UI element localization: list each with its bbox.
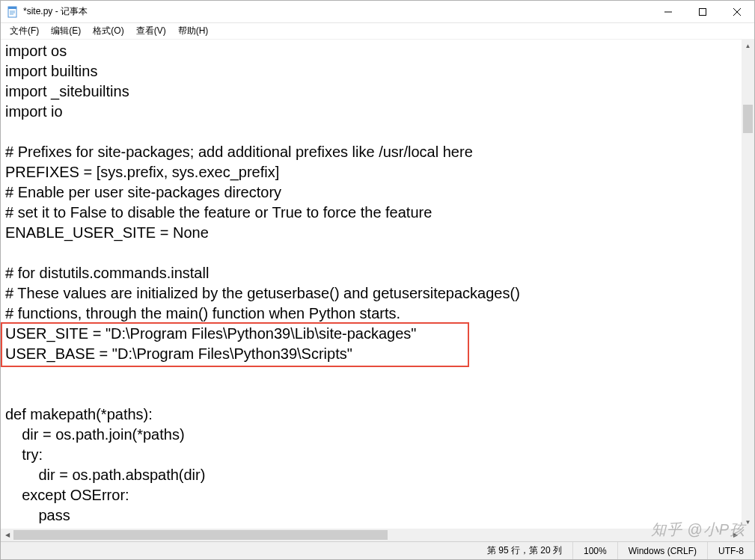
menu-format[interactable]: 格式(O): [87, 23, 129, 39]
scroll-corner: [742, 529, 754, 541]
menu-edit[interactable]: 编辑(E): [45, 23, 87, 39]
horizontal-scroll-thumb[interactable]: [13, 530, 388, 540]
menu-view[interactable]: 查看(V): [130, 23, 172, 39]
menu-file[interactable]: 文件(F): [4, 23, 45, 39]
vertical-scroll-track[interactable]: [742, 52, 754, 516]
window-title: *site.py - 记事本: [23, 5, 88, 18]
horizontal-scrollbar[interactable]: ◀ ▶: [1, 529, 742, 541]
status-position: 第 95 行，第 20 列: [477, 542, 572, 559]
titlebar: *site.py - 记事本: [1, 1, 754, 23]
scroll-right-button[interactable]: ▶: [729, 529, 742, 541]
horizontal-scroll-track[interactable]: [13, 529, 729, 541]
scroll-up-button[interactable]: ▲: [742, 40, 754, 52]
statusbar: 第 95 行，第 20 列 100% Windows (CRLF) UTF-8: [1, 541, 754, 559]
menu-help[interactable]: 帮助(H): [172, 23, 215, 39]
maximize-button[interactable]: [685, 1, 720, 23]
scroll-left-button[interactable]: ◀: [1, 529, 13, 541]
scroll-down-button[interactable]: ▼: [742, 516, 754, 529]
status-zoom: 100%: [572, 542, 617, 559]
vertical-scrollbar[interactable]: ▲ ▼: [742, 40, 754, 529]
status-line-ending: Windows (CRLF): [617, 542, 707, 559]
editor-area: import os import builtins import _sitebu…: [1, 40, 754, 541]
editor-textarea[interactable]: import os import builtins import _sitebu…: [1, 40, 742, 529]
vertical-scroll-thumb[interactable]: [743, 105, 753, 133]
svg-rect-6: [700, 8, 706, 15]
minimize-button[interactable]: [651, 1, 685, 23]
notepad-icon: [7, 6, 19, 18]
svg-rect-1: [8, 7, 16, 9]
close-button[interactable]: [720, 1, 754, 23]
status-encoding: UTF-8: [707, 542, 754, 559]
menubar: 文件(F) 编辑(E) 格式(O) 查看(V) 帮助(H): [1, 23, 754, 40]
